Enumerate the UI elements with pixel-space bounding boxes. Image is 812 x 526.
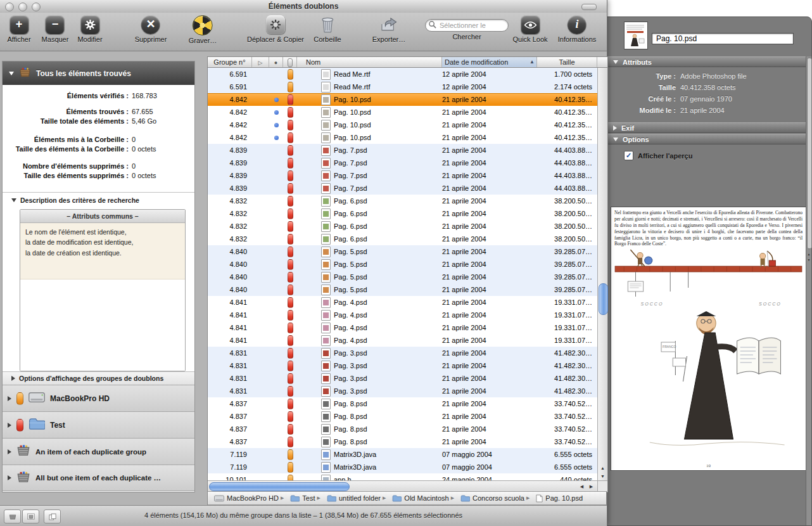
stat-label: Taille totale des éléments : (5, 117, 129, 126)
table-row[interactable]: 4.841 Pag. 4.psd 21 aprile 2004 19.331.0… (208, 334, 597, 347)
smart-basket-button[interactable] (22, 510, 39, 523)
export-button[interactable]: Exporter… (372, 15, 406, 43)
file-size: 39.285.07… (537, 245, 597, 258)
filename-input[interactable] (652, 33, 794, 44)
path-item[interactable]: untitled folder (315, 494, 381, 503)
scroll-down-arrow[interactable]: ▼ (806, 257, 811, 263)
modify-button[interactable]: Modifier (77, 15, 102, 43)
toolbar-toggle-button[interactable] (581, 4, 597, 10)
burn-button[interactable]: Graver… (189, 15, 217, 44)
table-row[interactable]: 7.119 Matrix3D.java 07 maggio 2004 6.555… (208, 461, 597, 473)
group-number: 4.837 (208, 435, 252, 448)
hide-button[interactable]: − Masquer (42, 15, 69, 43)
table-row[interactable]: 4.839 Pag. 7.psd 21 aprile 2004 44.403.8… (208, 182, 597, 195)
table-row[interactable]: 4.841 Pag. 4.psd 21 aprile 2004 19.331.0… (208, 296, 597, 309)
search-field[interactable] (425, 19, 509, 32)
column-header-volume[interactable] (283, 57, 297, 67)
column-header-marker[interactable]: ● (269, 57, 283, 67)
show-button[interactable]: + Afficher (7, 15, 30, 43)
path-item[interactable]: Test (279, 494, 315, 503)
table-row[interactable]: 4.832 Pag. 6.psd 21 aprile 2004 38.200.5… (208, 220, 597, 233)
drawer-scrollbar[interactable]: ▲ ▼ (806, 56, 811, 525)
column-header-size[interactable]: Taille (537, 57, 597, 67)
sidebar-item-one-of-each-group[interactable]: An item of each duplicate group (3, 438, 194, 465)
path-item[interactable]: MacBookPro HD (214, 494, 279, 503)
group-number: 4.831 (208, 372, 252, 385)
titlebar[interactable]: Éléments doublons (0, 0, 607, 13)
table-row[interactable]: 4.832 Pag. 6.psd 21 aprile 2004 38.200.5… (208, 207, 597, 220)
scroll-up-arrow[interactable]: ▲ (598, 464, 607, 472)
table-row[interactable]: 4.839 Pag. 7.psd 21 aprile 2004 44.403.8… (208, 144, 597, 157)
path-item[interactable]: Concorso scuola (449, 494, 524, 503)
table-row[interactable]: 4.840 Pag. 5.psd 21 aprile 2004 39.285.0… (208, 271, 597, 283)
move-copy-button[interactable]: Déplacer & Copier (247, 15, 304, 43)
search-input[interactable] (438, 21, 498, 30)
table-row[interactable]: 4.832 Pag. 6.psd 21 aprile 2004 38.200.5… (208, 195, 597, 207)
volume-capsule-icon (288, 475, 293, 481)
table-row[interactable]: 4.837 Pag. 8.psd 21 aprile 2004 33.740.5… (208, 423, 597, 435)
delete-button[interactable]: ✕ Supprimer (135, 15, 167, 43)
table-row[interactable]: 4.842 Pag. 10.psd 21 aprile 2004 40.412.… (208, 119, 597, 131)
quick-look-button[interactable]: Quick Look (512, 15, 547, 43)
table-row[interactable]: 4.842 Pag. 10.psd 21 aprile 2004 40.412.… (208, 106, 597, 119)
path-item[interactable]: Pag. 10.psd (524, 494, 583, 503)
table-row[interactable]: 4.840 Pag. 5.psd 21 aprile 2004 39.285.0… (208, 283, 597, 296)
table-row[interactable]: 4.837 Pag. 8.psd 21 aprile 2004 33.740.5… (208, 435, 597, 448)
table-row[interactable]: 7.119 Matrix3D.java 07 maggio 2004 6.555… (208, 448, 597, 461)
table-row[interactable]: 6.591 Read Me.rtf 12 aprile 2004 1.700 o… (208, 68, 597, 80)
show-preview-option[interactable]: ✓ Afficher l'aperçu (624, 151, 692, 160)
horizontal-scroll-thumb[interactable] (209, 482, 350, 491)
table-row[interactable]: 4.842 Pag. 10.psd 21 aprile 2004 40.412.… (208, 131, 597, 144)
table-row[interactable]: 4.831 Pag. 3.psd 21 aprile 2004 41.482.3… (208, 359, 597, 372)
volume-capsule-icon (288, 335, 293, 346)
sidebar-item-macbookpro-hd[interactable]: MacBookPro HD (3, 385, 194, 411)
attributes-section-header[interactable]: Attributs (607, 56, 806, 67)
table-row[interactable]: 4.831 Pag. 3.psd 21 aprile 2004 41.482.3… (208, 372, 597, 385)
volume-capsule-icon (16, 419, 23, 432)
folder-icon (460, 495, 470, 502)
table-row[interactable]: 4.840 Pag. 5.psd 21 aprile 2004 39.285.0… (208, 258, 597, 271)
table-row[interactable]: 4.840 Pag. 5.psd 21 aprile 2004 39.285.0… (208, 245, 597, 258)
group-number: 4.839 (208, 182, 252, 195)
table-row[interactable]: 4.832 Pag. 6.psd 21 aprile 2004 38.200.5… (208, 233, 597, 245)
table-row[interactable]: 4.841 Pag. 4.psd 21 aprile 2004 19.331.0… (208, 321, 597, 334)
table-row[interactable]: 4.837 Pag. 8.psd 21 aprile 2004 33.740.5… (208, 397, 597, 410)
table-row[interactable]: 4.841 Pag. 4.psd 21 aprile 2004 19.331.0… (208, 309, 597, 321)
duplicate-list-button[interactable] (44, 510, 61, 523)
sidebar-item-test[interactable]: Test (3, 411, 194, 438)
column-header-group[interactable]: Groupe n° (208, 57, 252, 67)
scroll-down-arrow[interactable]: ▼ (598, 472, 607, 480)
display-options-disclosure[interactable]: Options d'affichage des groupes de doubl… (3, 371, 194, 385)
checkbox-checked-icon[interactable]: ✓ (624, 151, 633, 160)
vertical-scrollbar[interactable]: ▲ ▼ (597, 68, 607, 480)
column-header-play[interactable]: ▷ (252, 57, 269, 67)
table-row[interactable]: 4.839 Pag. 7.psd 21 aprile 2004 44.403.8… (208, 169, 597, 182)
table-row[interactable]: 10.101 app.h 24 maggio 2004 440 octets (208, 473, 597, 480)
basket-action-button[interactable] (4, 510, 21, 523)
horizontal-scrollbar[interactable]: ◀ ▶ (208, 480, 597, 492)
scroll-left-arrow[interactable]: ◀ (577, 484, 587, 489)
trash-button[interactable]: Corbeille (314, 15, 341, 43)
volume-capsule-icon (288, 94, 293, 105)
column-header-date[interactable]: Date de modification▲ (442, 57, 537, 67)
table-row[interactable]: 4.842 Pag. 10.psd 21 aprile 2004 40.412.… (208, 93, 597, 106)
drawer-scroll-thumb[interactable] (807, 58, 812, 249)
table-row[interactable]: 4.837 Pag. 8.psd 21 aprile 2004 33.740.5… (208, 410, 597, 423)
scroll-right-arrow[interactable]: ▶ (587, 484, 596, 489)
table-row[interactable]: 4.831 Pag. 3.psd 21 aprile 2004 41.482.3… (208, 347, 597, 359)
table-row[interactable]: 4.839 Pag. 7.psd 21 aprile 2004 44.403.8… (208, 157, 597, 169)
file-size: 33.740.52… (537, 435, 597, 448)
table-row[interactable]: 6.591 Read Me.rtf 12 aprile 2004 2.174 o… (208, 80, 597, 93)
path-item[interactable]: Old Macintosh (381, 494, 449, 503)
vertical-scroll-thumb[interactable] (599, 283, 608, 315)
column-header-name[interactable]: Nom (297, 57, 442, 67)
exif-section-header[interactable]: Exif (607, 122, 806, 133)
options-section-header[interactable]: Options (607, 134, 806, 144)
table-row[interactable]: 4.831 Pag. 3.psd 21 aprile 2004 41.482.3… (208, 385, 597, 397)
informations-button[interactable]: i Informations (558, 15, 597, 43)
file-name: Pag. 8.psd (334, 397, 367, 410)
all-found-items-header[interactable]: Tous les éléments trouvés (3, 61, 194, 85)
sidebar-item-all-but-one[interactable]: All but one item of each duplicate … (3, 465, 194, 491)
criteria-disclosure[interactable]: Description des critères de recherche (3, 192, 194, 207)
scroll-up-arrow[interactable]: ▲ (806, 252, 811, 257)
